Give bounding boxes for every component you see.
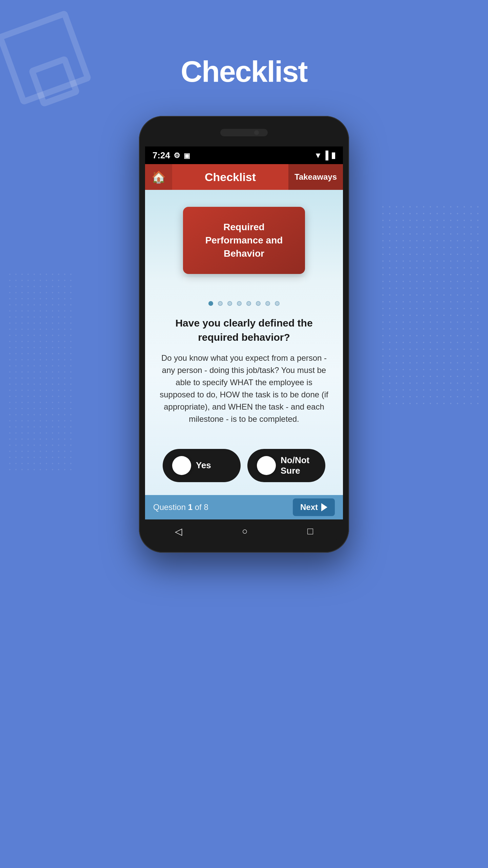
app-toolbar: 🏠 Checklist Takeaways [145,164,343,190]
phone-camera-area [220,129,268,136]
pagination-dots [208,301,280,306]
dot-2 [218,301,223,306]
yes-button[interactable]: Yes [163,449,241,482]
status-time: 7:24 [152,150,170,161]
dot-5 [246,301,251,306]
question-progress: Question 1 of 8 [153,502,208,512]
dot-3 [227,301,232,306]
dot-4 [237,301,242,306]
sim-icon [184,151,190,160]
battery-icon: ▮ [331,151,336,160]
takeaways-label: Takeaways [294,172,337,182]
gear-icon [174,151,180,160]
next-button[interactable]: Next [293,498,335,516]
question-total: 8 [204,502,208,512]
bg-dots-left [7,271,75,475]
back-icon[interactable]: ◁ [175,526,182,537]
bottom-nav-bar: Question 1 of 8 Next [145,495,343,519]
question-separator: of [192,502,204,512]
home-circle-icon[interactable]: ○ [242,526,248,537]
no-button[interactable]: No/Not Sure [247,449,325,482]
phone-device: 7:24 ▾ ▐ ▮ 🏠 Checklist Takeaways [139,116,349,553]
yes-button-circle [172,456,191,475]
no-button-circle [257,456,276,475]
category-card: Required Performance and Behavior [183,207,305,274]
status-right: ▾ ▐ ▮ [316,151,336,160]
card-reflection [183,277,305,288]
next-button-label: Next [300,502,318,512]
next-arrow-icon [321,503,327,511]
question-prefix: Question [153,502,188,512]
answer-buttons: Yes No/Not Sure [155,449,333,482]
takeaways-button[interactable]: Takeaways [288,164,343,190]
phone-body: 7:24 ▾ ▐ ▮ 🏠 Checklist Takeaways [139,116,349,553]
status-bar: 7:24 ▾ ▐ ▮ [145,146,343,164]
android-nav-bar: ◁ ○ □ [145,519,343,543]
yes-button-label: Yes [196,460,211,471]
bg-square-2 [28,55,80,107]
question-title: Have you clearly defined the required be… [155,316,333,344]
bg-dots-right [380,203,481,407]
recent-icon[interactable]: □ [307,526,313,537]
question-number: 1 [188,502,192,512]
dot-8 [275,301,280,306]
no-button-label: No/Not Sure [281,455,316,476]
signal-icon: ▐ [323,151,328,160]
toolbar-title: Checklist [172,171,288,184]
dot-1 [208,301,213,306]
home-icon: 🏠 [151,170,166,184]
wifi-icon: ▾ [316,151,320,160]
home-button[interactable]: 🏠 [145,164,172,190]
page-title: Checklist [181,54,307,89]
question-body: Do you know what you expect from a perso… [155,352,333,425]
dot-7 [265,301,270,306]
phone-camera-dot [254,130,259,135]
phone-screen: Required Performance and Behavior Have y… [145,190,343,495]
status-left: 7:24 [152,150,190,161]
phone-top-bar [145,126,343,146]
category-card-text: Required Performance and Behavior [205,222,283,259]
dot-6 [256,301,261,306]
bg-square-1 [0,10,92,105]
